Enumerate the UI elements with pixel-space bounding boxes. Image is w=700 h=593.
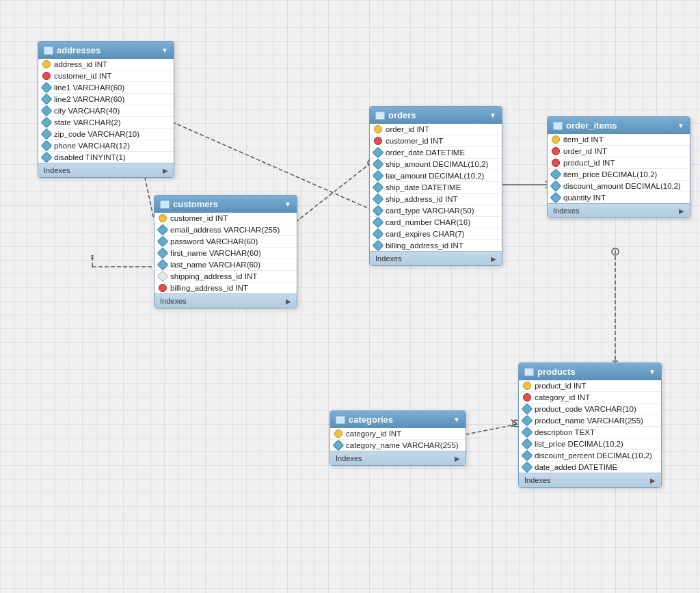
products-indexes[interactable]: Indexes ▶ [519,473,661,487]
field-product_id: product_id INT [519,380,661,392]
table-icon [336,416,345,424]
field-card_expires: card_expires CHAR(7) [370,228,502,240]
field-last_name: last_name VARCHAR(60) [154,259,297,271]
regular-icon [550,192,562,204]
addresses-header[interactable]: addresses ▼ [38,42,174,59]
field-customer_id: customer_id INT [38,70,174,82]
regular-icon [522,415,533,427]
regular-icon [157,236,169,248]
field-category_name: category_name VARCHAR(255) [330,440,466,451]
field-city: city VARCHAR(40) [38,105,174,117]
regular-icon [522,450,533,462]
order-items-header[interactable]: order_items ▼ [548,117,690,134]
customers-header[interactable]: customers ▼ [154,196,297,213]
regular-icon [333,440,345,451]
categories-indexes[interactable]: Indexes ▶ [330,451,466,465]
regular-icon [550,169,562,181]
field-first_name: first_name VARCHAR(60) [154,248,297,259]
addresses-chevron[interactable]: ▼ [161,47,168,54]
regular-icon [41,94,53,105]
svg-line-19 [459,424,518,436]
categories-header[interactable]: categories ▼ [330,411,466,428]
orders-indexes[interactable]: Indexes ▶ [370,251,502,265]
svg-line-5 [295,164,369,222]
table-icon [375,111,385,120]
field-discount_amount: discount_amount DECIMAL(10,2) [548,181,690,192]
categories-title: categories [349,414,393,425]
orders-table: orders ▼ order_id INT customer_id INT or… [369,106,502,266]
regular-icon [373,147,384,159]
field-ship_amount: ship_amount DECIMAL(10,2) [370,159,502,170]
order-items-body: item_id INT order_id INT product_id INT … [548,134,690,203]
field-phone: phone VARCHAR(12) [38,140,174,152]
field-billing_address_id: billing_address_id INT [370,240,502,251]
fk-icon [374,137,382,145]
regular-icon [41,140,53,152]
addresses-title: addresses [57,45,100,55]
regular-icon [522,438,533,450]
addresses-indexes[interactable]: Indexes ▶ [38,163,174,177]
addresses-table: addresses ▼ address_id INT customer_id I… [38,41,174,178]
pk-icon [552,135,560,144]
products-chevron[interactable]: ▼ [649,368,656,375]
field-line1: line1 VARCHAR(60) [38,82,174,94]
field-category_id: category_id INT [519,392,661,404]
categories-table: categories ▼ category_id INT category_na… [329,410,466,466]
field-password: password VARCHAR(60) [154,236,297,248]
customers-title: customers [173,199,218,209]
field-order_date: order_date DATETIME [370,147,502,159]
regular-icon [41,82,53,94]
regular-icon [522,404,533,415]
regular-icon [373,205,384,217]
field-customer_id: customer_id INT [154,213,297,224]
regular-icon [157,259,169,271]
regular-icon [373,217,384,228]
regular-icon [550,181,562,192]
regular-icon [157,224,169,236]
regular-icon [522,462,533,473]
field-state: state VARCHAR(2) [38,117,174,129]
field-ship_date: ship_date DATETIME [370,182,502,194]
field-billing_address_id: billing_address_id INT [154,282,297,293]
pk-icon [523,382,531,390]
field-email_address: email_address VARCHAR(255) [154,224,297,236]
field-tax_amount: tax_amount DECIMAL(10,2) [370,170,502,182]
products-title: products [537,367,576,377]
customers-table: customers ▼ customer_id INT email_addres… [154,195,297,308]
index-icon [157,271,169,282]
fk-icon [552,159,560,167]
orders-chevron[interactable]: ▼ [489,111,496,119]
order-items-indexes[interactable]: Indexes ▶ [548,203,690,218]
svg-line-24 [511,423,517,427]
order-items-chevron[interactable]: ▼ [677,122,684,129]
field-product_id: product_id INT [548,157,690,169]
svg-line-23 [511,420,517,423]
field-item_price: item_price DECIMAL(10,2) [548,169,690,181]
fk-icon [523,393,531,401]
regular-icon [157,248,169,259]
svg-point-16 [612,248,619,255]
field-ship_address_id: ship_address_id INT [370,194,502,205]
regular-icon [41,105,53,117]
pk-icon [42,60,51,68]
table-icon [160,200,170,209]
field-date_added: date_added DATETIME [519,462,661,473]
products-header[interactable]: products ▼ [519,363,661,380]
field-card_number: card_number CHAR(16) [370,217,502,228]
field-discount_percent: discount_percent DECIMAL(10,2) [519,450,661,462]
products-table: products ▼ product_id INT category_id IN… [518,363,662,488]
svg-line-0 [144,171,154,219]
field-quantity: quantity INT [548,192,690,203]
field-order_id: order_id INT [548,146,690,157]
addresses-body: address_id INT customer_id INT line1 VAR… [38,59,174,163]
field-product_code: product_code VARCHAR(10) [519,404,661,415]
regular-icon [373,228,384,240]
regular-icon [373,170,384,182]
categories-chevron[interactable]: ▼ [453,416,460,423]
svg-line-25 [144,109,369,209]
pk-icon [334,430,342,438]
customers-chevron[interactable]: ▼ [284,200,291,208]
field-category_id: category_id INT [330,428,466,440]
orders-header[interactable]: orders ▼ [370,107,502,124]
customers-indexes[interactable]: Indexes ▶ [154,293,297,308]
